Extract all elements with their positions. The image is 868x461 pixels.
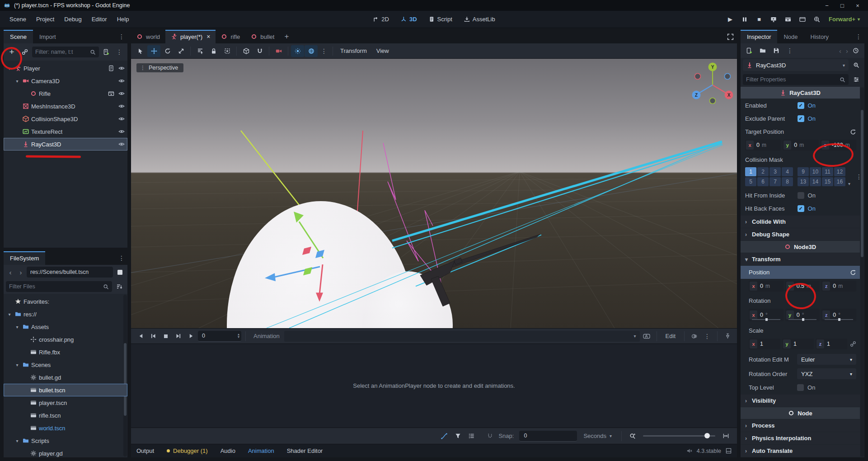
pause-button[interactable] <box>738 14 751 25</box>
rotation-order-dropdown[interactable]: YXZ▾ <box>797 368 856 379</box>
expand-arrow-icon[interactable]: ▾ <box>6 312 13 317</box>
stop-animation-button[interactable] <box>160 331 172 342</box>
scene-filter-input[interactable] <box>35 49 88 55</box>
collision-mask-bit-11[interactable]: 11 <box>822 167 833 176</box>
open-docs-button[interactable] <box>850 59 862 71</box>
checkbox-icon[interactable] <box>798 115 804 122</box>
animation-name-dropdown[interactable]: ▾ <box>284 331 640 342</box>
resource-menu-icon[interactable]: ⋮ <box>784 47 796 54</box>
position-z-field[interactable]: z0m <box>821 281 856 292</box>
file-filter-box[interactable] <box>6 281 112 292</box>
close-tab-icon[interactable]: × <box>206 33 210 40</box>
file-item-res-[interactable]: ▾res:// <box>4 308 127 320</box>
rotation-x-field[interactable]: x0° <box>749 309 784 321</box>
group-physics-interpolation[interactable]: ›Physics Interpolation <box>741 432 860 444</box>
filter-tracks-button[interactable] <box>452 431 464 442</box>
onion-skinning-button[interactable] <box>689 331 700 342</box>
sun-toggle-button[interactable] <box>291 45 304 57</box>
scene-node-texturerect[interactable]: TextureRect <box>4 125 127 138</box>
visibility-eye-icon[interactable] <box>118 90 125 97</box>
frame-input[interactable] <box>202 333 225 339</box>
fit-timeline-button[interactable] <box>720 431 732 442</box>
visibility-eye-icon[interactable] <box>118 78 125 84</box>
rotation-edit-mode-dropdown[interactable]: Euler▾ <box>797 354 856 365</box>
workspace-2d[interactable]: 2D <box>368 14 394 24</box>
menu-scene[interactable]: Scene <box>5 14 31 25</box>
timeline-zoom-slider[interactable] <box>643 435 715 437</box>
menu-debug[interactable]: Debug <box>59 14 86 25</box>
add-node-button[interactable]: + <box>6 46 18 58</box>
rotation-z-field[interactable]: z0° <box>821 309 856 321</box>
collision-mask-bit-7[interactable]: 7 <box>769 177 781 186</box>
play-button[interactable]: ▶ <box>724 14 737 25</box>
scene-dock-menu-icon[interactable]: ⋮ <box>116 30 127 43</box>
panel-animation[interactable]: Animation <box>248 447 274 454</box>
collision-mask-bit-2[interactable]: 2 <box>757 167 769 176</box>
visibility-eye-icon[interactable] <box>118 116 125 122</box>
zoom-reset-button[interactable] <box>627 431 638 442</box>
tab-filesystem[interactable]: FileSystem <box>4 251 45 265</box>
checkbox-icon[interactable] <box>798 205 804 212</box>
file-item-rifle.tscn[interactable]: rifle.tscn <box>4 409 127 422</box>
target-position-z-field[interactable]: z-100m <box>821 140 856 151</box>
position-x-field[interactable]: x0m <box>749 281 784 292</box>
lock-button[interactable] <box>207 45 220 57</box>
file-item-world.tscn[interactable]: world.tscn <box>4 422 127 434</box>
environment-toggle-button[interactable] <box>305 45 318 57</box>
rotation-slider[interactable] <box>788 319 817 320</box>
tab-import[interactable]: Import <box>33 30 62 43</box>
play-animation-button[interactable] <box>185 331 197 342</box>
animation-edit-button[interactable]: Edit <box>661 333 680 339</box>
section-node3d[interactable]: Node3D <box>741 241 860 253</box>
collision-mask-bit-12[interactable]: 12 <box>834 167 845 176</box>
visibility-eye-icon[interactable] <box>118 103 125 109</box>
object-history-button[interactable] <box>850 45 862 56</box>
inspector-dock-menu-icon[interactable]: ⋮ <box>853 30 864 43</box>
group-process[interactable]: ›Process <box>741 419 860 432</box>
scene-node-collisionshape3d[interactable]: CollisionShape3D <box>4 113 127 125</box>
expand-arrow-icon[interactable]: ▾ <box>14 325 20 329</box>
scene-tab-world[interactable]: world <box>131 30 165 43</box>
expand-arrow-icon[interactable]: ▾ <box>6 66 13 71</box>
renderer-dropdown[interactable]: Forward+▾ <box>825 16 863 23</box>
viewport-menu-icon[interactable]: ⋮ <box>318 47 330 55</box>
file-item-player.tscn[interactable]: player.tscn <box>4 396 127 409</box>
expand-viewport-button[interactable] <box>723 30 737 43</box>
attach-script-button[interactable] <box>100 46 112 58</box>
rotation-y-field[interactable]: y0° <box>785 309 820 321</box>
file-item-crosshair.png[interactable]: crosshair.png <box>4 333 127 346</box>
group-debug-shape[interactable]: ›Debug Shape <box>741 228 860 240</box>
scene-tab-bullet[interactable]: bullet <box>245 30 280 43</box>
panel-output[interactable]: Output <box>136 447 154 454</box>
bezier-edit-button[interactable] <box>438 431 450 442</box>
open-icon[interactable] <box>108 90 114 97</box>
workspace-assetlib[interactable]: AssetLib <box>460 14 500 24</box>
file-item-player.gd[interactable]: player.gd <box>4 447 127 457</box>
panel-audio[interactable]: Audio <box>221 447 235 454</box>
revert-icon[interactable] <box>850 129 856 135</box>
visibility-eye-icon[interactable] <box>118 141 125 147</box>
snap-value-input[interactable] <box>524 433 572 439</box>
revert-icon[interactable] <box>850 269 856 276</box>
position-y-field[interactable]: y0.5m <box>785 281 820 292</box>
collision-mask-bit-8[interactable]: 8 <box>782 177 793 186</box>
filesystem-dock-menu-icon[interactable]: ⋮ <box>116 251 127 265</box>
group-button[interactable] <box>221 45 234 57</box>
instance-scene-button[interactable] <box>19 46 31 58</box>
history-forward-icon[interactable]: › <box>16 268 25 276</box>
track-list-button[interactable] <box>465 431 477 442</box>
local-space-button[interactable] <box>239 45 253 57</box>
workspace-3d[interactable]: 3D <box>396 14 422 24</box>
frame-spinbox[interactable]: ▴▾ <box>198 331 241 342</box>
file-item-scenes[interactable]: ▾Scenes <box>4 358 127 371</box>
inspector-scrollbar[interactable] <box>860 88 864 456</box>
tab-scene[interactable]: Scene <box>4 30 33 43</box>
scene-node-rifle[interactable]: Rifle <box>4 87 127 100</box>
collision-mask-bit-14[interactable]: 14 <box>810 177 821 186</box>
scale-tool-button[interactable] <box>174 45 188 57</box>
script-icon[interactable] <box>108 65 114 71</box>
collision-mask-bit-13[interactable]: 13 <box>798 177 809 186</box>
expand-arrow-icon[interactable]: ▾ <box>14 438 20 443</box>
file-item-assets[interactable]: ▾Assets <box>4 320 127 333</box>
collision-mask-bit-6[interactable]: 6 <box>757 177 769 186</box>
